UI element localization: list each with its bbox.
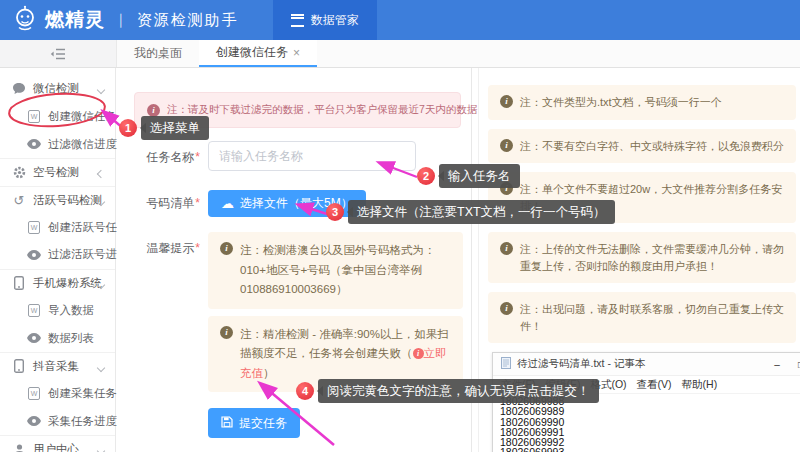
app-subtitle: 资源检测助手 — [137, 11, 239, 30]
gear-icon — [12, 166, 26, 179]
note-contact-support: 注：出现问题，请及时联系客服，切勿自己重复上传文件！ — [488, 292, 796, 343]
menu-view[interactable]: 查看(V) — [637, 378, 672, 392]
info-icon — [500, 139, 513, 152]
task-name-row: 任务名称* — [134, 141, 461, 171]
sidebar-collapse-button[interactable] — [0, 40, 117, 67]
step-tooltip-3: 选择文件（注意要TXT文档，一行一个号码） — [348, 200, 615, 224]
task-name-label: 任务名称 — [146, 150, 194, 164]
info-icon — [500, 242, 513, 255]
nav-item-label: 数据管家 — [311, 12, 359, 29]
phone-number-line: 18026069993 — [500, 447, 800, 452]
sidebar-item-empty-number-detect[interactable]: 空号检测 — [0, 158, 115, 186]
minimize-icon[interactable]: – — [768, 359, 786, 370]
maximize-icon[interactable]: □ — [792, 359, 800, 370]
app-window: 燃精灵 ｜ 资源检测助手 数据管家 我的桌面 创建微信任务 × — [0, 0, 800, 452]
step-badge-4: 4 — [296, 382, 314, 400]
note-no-reupload: 注：上传的文件无法删除，文件需要缓冲几分钟，请勿重复上传，否则扣除的额度由用户承… — [488, 232, 796, 283]
sidebar-item-user-center[interactable]: 用户中心 — [0, 435, 115, 452]
sidebar-item-collect-task-progress[interactable]: 采集任务进度 — [0, 407, 115, 435]
eye-icon — [27, 250, 41, 260]
info-icon — [220, 242, 233, 255]
tab-close-icon[interactable]: × — [293, 46, 300, 60]
chevron-down-icon — [97, 364, 105, 372]
history-icon: ↺ — [12, 194, 26, 207]
sidebar-item-filter-active-progress[interactable]: 过滤活跃号进度 — [0, 241, 115, 269]
mascot-logo-icon — [12, 5, 38, 35]
sidebar-item-create-active-task[interactable]: 创建活跃号任务 — [0, 213, 115, 241]
required-mark: * — [195, 150, 200, 164]
notepad-titlebar[interactable]: 待过滤号码清单.txt - 记事本 – □ — [493, 353, 800, 376]
doc-w-icon — [27, 304, 41, 317]
sidebar: 微信检测 创建微信任务 过滤微信进度 空号检测 ↺ 活跃号码检测 创建活跃号任务… — [0, 68, 116, 452]
info-icon — [500, 302, 513, 315]
phone-icon — [12, 359, 26, 373]
step-tooltip-2: 输入任务名 — [439, 164, 520, 188]
format-note-text: 注：检测港澳台以及国外号码格式为：010+地区号+号码（拿中国台湾举例01088… — [240, 241, 451, 300]
sidebar-item-data-list[interactable]: 数据列表 — [0, 324, 115, 352]
note-no-special-chars: 注：不要有空白字符、中文或特殊字符，以免浪费积分 — [488, 129, 796, 164]
doc-w-icon — [27, 387, 41, 400]
notepad-title: 待过滤号码清单.txt - 记事本 — [517, 357, 645, 371]
tab-bar: 我的桌面 创建微信任务 × — [0, 40, 800, 68]
notepad-file-icon — [501, 357, 511, 371]
nav-item-data-manager[interactable]: 数据管家 — [273, 0, 377, 40]
required-mark: * — [195, 241, 200, 255]
tips-label: 温馨提示 — [146, 241, 194, 255]
tab-create-wechat-task[interactable]: 创建微信任务 × — [199, 40, 317, 67]
sidebar-item-active-number-detect[interactable]: ↺ 活跃号码检测 — [0, 186, 115, 214]
menu-fold-icon — [50, 47, 66, 61]
cloud-upload-icon — [221, 197, 234, 211]
submit-task-button[interactable]: 提交任务 — [208, 408, 300, 438]
eye-icon — [27, 139, 41, 149]
doc-w-icon — [27, 221, 41, 234]
step-tooltip-1: 选择菜单 — [141, 116, 209, 140]
step-badge-2: 2 — [417, 167, 435, 185]
sidebar-item-filter-wechat-progress[interactable]: 过滤微信进度 — [0, 130, 115, 158]
chevron-down-icon — [97, 86, 105, 94]
sidebar-item-douyin-collect[interactable]: 抖音采集 — [0, 352, 115, 380]
sidebar-item-create-wechat-task[interactable]: 创建微信任务 — [0, 103, 115, 131]
recharge-info-icon — [413, 348, 424, 359]
brand-divider: ｜ — [114, 11, 128, 29]
sidebar-item-phone-fans-system[interactable]: 手机爆粉系统 — [0, 269, 115, 297]
doc-w-icon — [27, 110, 41, 123]
eye-icon — [27, 416, 41, 426]
menu-help[interactable]: 帮助(H) — [682, 378, 718, 392]
chat-icon — [12, 82, 26, 95]
logo: 燃精灵 ｜ 资源检测助手 — [0, 0, 249, 40]
number-list-label: 号码清单 — [146, 196, 194, 210]
app-header: 燃精灵 ｜ 资源检测助手 数据管家 — [0, 0, 800, 40]
sidebar-item-import-data[interactable]: 导入数据 — [0, 297, 115, 325]
info-icon — [220, 326, 233, 339]
info-icon — [500, 95, 513, 108]
retention-warning-text: 注：请及时下载过滤完的数据，平台只为客户保留最近7天内的数据！ — [167, 103, 488, 117]
eye-icon — [27, 333, 41, 343]
tab-my-desktop[interactable]: 我的桌面 — [117, 40, 199, 67]
note-file-type: 注：文件类型为.txt文档，号码须一行一个 — [488, 85, 796, 120]
sidebar-item-wechat-detect[interactable]: 微信检测 — [0, 75, 115, 103]
required-mark: * — [195, 196, 200, 210]
brand-name: 燃精灵 — [45, 7, 105, 33]
task-name-input[interactable] — [208, 141, 416, 171]
user-icon — [12, 443, 26, 452]
step-badge-3: 3 — [326, 203, 344, 221]
tips-row: 温馨提示* 注：检测港澳台以及国外号码格式为：010+地区号+号码（拿中国台湾举… — [134, 232, 461, 392]
sidebar-item-create-collect-task[interactable]: 创建采集任务 — [0, 380, 115, 408]
tab-list: 我的桌面 创建微信任务 × — [117, 40, 317, 67]
phone-icon — [12, 276, 26, 290]
chevron-left-icon — [97, 170, 105, 178]
step-badge-1: 1 — [119, 119, 137, 137]
save-icon — [221, 416, 233, 431]
chevron-down-icon — [97, 447, 105, 452]
step-tooltip-4: 阅读完黄色文字的注意，确认无误后点击提交！ — [318, 379, 599, 403]
format-note-alert: 注：检测港澳台以及国外号码格式为：010+地区号+号码（拿中国台湾举例01088… — [208, 232, 463, 309]
hamburger-icon — [291, 14, 304, 27]
